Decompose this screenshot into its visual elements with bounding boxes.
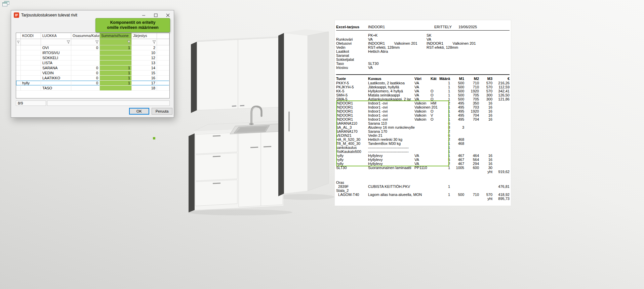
cell-kuvaus: Sarana 110: [368, 121, 414, 125]
cell-kuvaus: Indoor1 -ovi: [368, 105, 414, 109]
product-row: HA_R_520_30 Hettich reelinki 30 kg 2 468: [336, 137, 510, 141]
cell-tuote: sankokaulus: [336, 146, 368, 150]
cell-m1: 467: [450, 154, 464, 158]
column-header-summarivi[interactable]: Summarivi/huone: [100, 33, 132, 39]
cell-m1: 495: [450, 105, 464, 109]
row-selector-cell[interactable]: [16, 55, 21, 60]
cell-filler: [157, 81, 169, 85]
table-row[interactable]: SOKKELI 12: [16, 55, 169, 60]
row-selector-cell[interactable]: [16, 71, 21, 75]
cell-luokka: LISTA: [41, 60, 71, 65]
column-header-luokka[interactable]: LUOKKA: [41, 33, 71, 39]
filter-cell-koodi[interactable]: [21, 39, 41, 45]
row-selector-cell[interactable]: [16, 60, 21, 65]
row-counter: 8/9: [16, 100, 46, 106]
cell-kuvaus: [368, 197, 414, 201]
document-date: 19/06/2025: [458, 25, 510, 29]
cell-osasumma: [71, 86, 100, 90]
kitchen-3d-view[interactable]: [182, 20, 336, 218]
cell-koodi: [21, 50, 41, 55]
cell-eur: 126,50: [492, 93, 510, 97]
table-row[interactable]: TASO 18: [16, 86, 169, 91]
column-header-osasumma[interactable]: Osasumma/Kaluste: [71, 33, 100, 39]
cell-m1: 500: [450, 193, 464, 197]
cell-summarivi: [100, 60, 132, 65]
cell-osasumma: 0: [71, 71, 100, 75]
table-row[interactable]: hylly 0 1 17: [16, 81, 169, 86]
cell-maara: 1: [439, 85, 450, 89]
filter-icon-osasumma[interactable]: [71, 39, 100, 45]
document-type: ERITTELY: [434, 25, 458, 29]
cell-m1: 500: [450, 85, 464, 89]
cell-m3: [479, 141, 492, 146]
cell-kuvaus: Lagom allas hana-alueella, MON: [368, 193, 414, 197]
cell-tuote: 2839F: [336, 184, 368, 189]
cell-jarjestys: 15: [132, 71, 157, 75]
cell-maara: 2: [439, 101, 450, 105]
table-row[interactable]: IRTOSIVU 10: [16, 50, 169, 55]
ok-button[interactable]: OK: [129, 108, 149, 115]
cancel-button[interactable]: Peruuta: [152, 108, 172, 115]
cell-osasumma: [71, 55, 100, 60]
row-selector-cell[interactable]: [16, 50, 21, 55]
cell-maara: [439, 197, 450, 201]
info-value-2: [427, 61, 510, 66]
cell-vari: [414, 150, 431, 154]
cell-vari: VA: [414, 81, 431, 85]
cell-eur: [492, 117, 510, 121]
table-row[interactable]: VEDIN 0 1 15: [16, 71, 169, 76]
product-row: INDOOR1 Indoor1 -ovi Valkoin V 1 495 704…: [336, 113, 510, 117]
filter-icon-jarjestys[interactable]: [132, 39, 157, 45]
product-row: INDOOR1 Indoor1 -ovi Valkoin O 1 495 192…: [336, 109, 510, 113]
cell-m3: 16: [479, 162, 492, 166]
cell-m3: 16: [479, 105, 492, 109]
product-row: PKJKYH-5 Jätekaappi, hyllyllä VA 1 500 7…: [336, 85, 510, 89]
filter-icon-luokka[interactable]: [41, 39, 71, 45]
cell-tuote: SMA-5: [336, 97, 368, 101]
row-selector-cell[interactable]: [16, 45, 21, 50]
cell-m3: 570: [479, 89, 492, 93]
row-selector-cell[interactable]: [16, 66, 21, 70]
cell-m2: [464, 146, 479, 150]
cell-kat: [431, 133, 439, 137]
cell-eur: 895,73: [492, 197, 510, 201]
cell-m2: [464, 180, 479, 184]
table-row[interactable]: LISTA 13: [16, 60, 169, 66]
info-label: Sokkeljalat: [336, 57, 368, 61]
cell-m2: 564: [464, 158, 479, 162]
table-row[interactable]: OVI 0 1 2: [16, 45, 169, 50]
document-info-section: PK+K SK Runkoväri VA VA Oletusovi INDOOR…: [336, 33, 510, 70]
cell-eur: [492, 125, 510, 129]
row-selector-cell[interactable]: [16, 86, 21, 90]
restore-window-icon[interactable]: [2, 1, 10, 7]
info-row: Saranat: [336, 53, 510, 57]
tall-cabinet[interactable]: [278, 29, 329, 196]
column-header-koodi[interactable]: KOODI: [21, 33, 41, 39]
cell-eur: 342,41: [492, 89, 510, 93]
cell-m2: 710: [464, 193, 479, 197]
grid-rows: OVI 0 1 2 IRTOSIVU 10: [16, 45, 169, 91]
product-row: 2839F CUBISTA KEITTIÖH.PKV 1 476,81: [336, 184, 510, 189]
row-selector-cell[interactable]: [16, 76, 21, 80]
filter-icon-summarivi[interactable]: [100, 39, 132, 45]
info-value-1: PK+K: [368, 33, 427, 37]
cell-kuvaus: Hyllylevy: [368, 154, 414, 158]
cell-m1: [450, 133, 464, 137]
cell-m2: [464, 125, 479, 129]
table-row[interactable]: SARANA 0 1 14: [16, 66, 169, 71]
wall-cabinet[interactable]: [191, 36, 279, 113]
cell-m3: 570: [479, 81, 492, 85]
cell-osasumma: 0: [71, 45, 100, 50]
col-kat: Kät: [431, 76, 439, 81]
cell-jarjestys: 16: [132, 76, 157, 80]
cell-maara: 2: [439, 162, 450, 166]
filter-icon[interactable]: [16, 39, 21, 45]
info-value-2: RST-efekti, 128mm: [427, 45, 510, 49]
cell-tuote: Stala_2: [336, 189, 368, 193]
row-selector-cell[interactable]: [16, 81, 21, 85]
filter-cell-filler: [157, 39, 169, 45]
column-header-jarjestys[interactable]: Järjestys: [132, 33, 157, 39]
table-row[interactable]: LAATIKKO 0 1 16: [16, 76, 169, 81]
cell-kuvaus: Indoor1 -ovi: [368, 113, 414, 117]
cell-m1: 495: [450, 117, 464, 121]
